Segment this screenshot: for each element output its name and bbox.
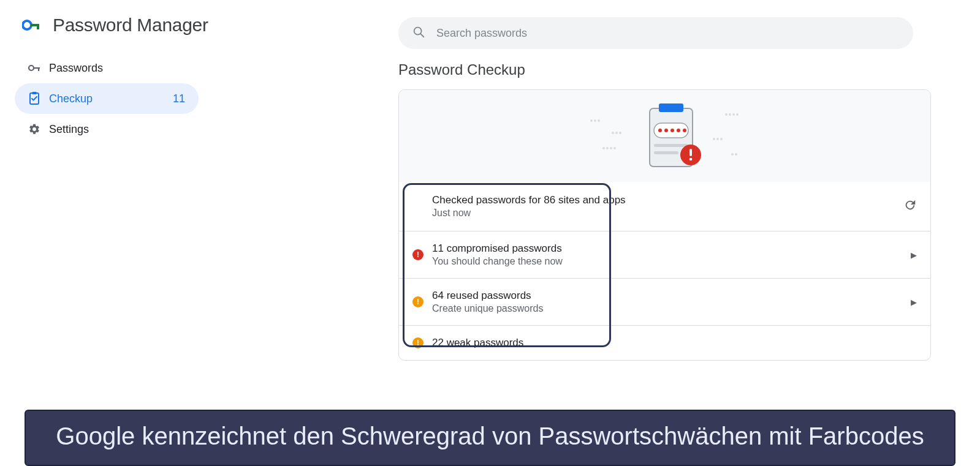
alert-icon: ! bbox=[412, 249, 424, 260]
summary-subtitle: Just now bbox=[432, 208, 917, 219]
alert-icon: ! bbox=[412, 337, 424, 348]
svg-point-17 bbox=[606, 147, 609, 149]
sidebar-item-checkup[interactable]: Checkup 11 bbox=[15, 83, 199, 114]
svg-point-35 bbox=[677, 129, 680, 132]
sidebar-item-passwords[interactable]: Passwords bbox=[15, 53, 199, 83]
clipboard-icon bbox=[28, 92, 49, 105]
app-logo-icon bbox=[22, 18, 42, 32]
svg-rect-2 bbox=[37, 24, 39, 29]
row-title: 64 reused passwords bbox=[432, 290, 911, 302]
top-row bbox=[398, 17, 931, 49]
svg-point-5 bbox=[29, 66, 34, 70]
svg-rect-38 bbox=[654, 151, 678, 154]
compromised-row[interactable]: ! 11 compromised passwords You should ch… bbox=[399, 231, 930, 278]
svg-point-0 bbox=[23, 21, 31, 29]
gear-icon bbox=[28, 123, 49, 135]
svg-point-18 bbox=[610, 147, 612, 149]
main-content: Password Checkup bbox=[398, 61, 931, 361]
svg-point-15 bbox=[619, 132, 621, 134]
summary-row: Checked passwords for 86 sites and apps … bbox=[399, 182, 930, 231]
sidebar-item-label: Settings bbox=[49, 123, 185, 136]
chevron-right-icon: ▶ bbox=[911, 250, 917, 260]
hero-illustration bbox=[399, 90, 930, 182]
row-title: 11 compromised passwords bbox=[432, 242, 911, 255]
row-subtitle: You should change these now bbox=[432, 256, 911, 267]
svg-point-27 bbox=[731, 153, 734, 156]
row-subtitle: Create unique passwords bbox=[432, 303, 911, 314]
weak-row[interactable]: ! 22 weak passwords bbox=[399, 325, 930, 360]
sidebar-item-label: Passwords bbox=[49, 62, 185, 75]
svg-point-13 bbox=[612, 132, 614, 134]
svg-point-19 bbox=[613, 147, 616, 149]
svg-point-36 bbox=[683, 129, 686, 132]
svg-point-26 bbox=[720, 138, 723, 140]
svg-rect-9 bbox=[32, 92, 37, 94]
svg-rect-30 bbox=[659, 103, 683, 112]
svg-point-24 bbox=[713, 138, 715, 140]
svg-rect-37 bbox=[654, 144, 688, 147]
chevron-right-icon: ▶ bbox=[911, 298, 917, 307]
svg-point-34 bbox=[670, 129, 674, 132]
sidebar-item-settings[interactable]: Settings bbox=[15, 114, 199, 145]
key-icon bbox=[28, 63, 49, 73]
svg-point-41 bbox=[689, 158, 692, 161]
svg-rect-40 bbox=[689, 149, 692, 156]
svg-point-20 bbox=[725, 113, 727, 116]
svg-point-22 bbox=[732, 113, 735, 116]
svg-point-28 bbox=[735, 153, 737, 156]
svg-point-23 bbox=[736, 113, 739, 116]
search-input[interactable] bbox=[435, 26, 900, 40]
search-bar[interactable] bbox=[398, 17, 913, 49]
svg-point-33 bbox=[664, 129, 668, 132]
svg-rect-7 bbox=[38, 67, 39, 71]
svg-point-25 bbox=[716, 138, 719, 140]
sidebar-badge: 11 bbox=[173, 92, 185, 105]
svg-point-32 bbox=[658, 129, 662, 132]
svg-point-21 bbox=[729, 113, 731, 116]
alert-icon: ! bbox=[412, 296, 424, 307]
page-title: Password Checkup bbox=[398, 61, 931, 78]
search-icon bbox=[412, 25, 425, 41]
svg-point-10 bbox=[590, 119, 593, 122]
refresh-icon[interactable] bbox=[903, 198, 917, 214]
svg-point-16 bbox=[602, 147, 605, 149]
checkup-card: Checked passwords for 86 sites and apps … bbox=[398, 89, 931, 361]
checkup-list: Checked passwords for 86 sites and apps … bbox=[399, 182, 930, 360]
svg-point-11 bbox=[594, 119, 596, 122]
summary-title: Checked passwords for 86 sites and apps bbox=[432, 194, 917, 206]
reused-row[interactable]: ! 64 reused passwords Create unique pass… bbox=[399, 278, 930, 325]
app-title: Password Manager bbox=[53, 15, 208, 36]
svg-point-12 bbox=[598, 119, 600, 122]
caption-banner: Google kennzeichnet den Schweregrad von … bbox=[25, 410, 955, 466]
sidebar: Passwords Checkup 11 Settings bbox=[15, 40, 199, 145]
row-title: 22 weak passwords bbox=[432, 337, 917, 349]
sidebar-item-label: Checkup bbox=[49, 92, 173, 105]
svg-point-14 bbox=[615, 132, 618, 134]
svg-line-4 bbox=[420, 34, 424, 37]
